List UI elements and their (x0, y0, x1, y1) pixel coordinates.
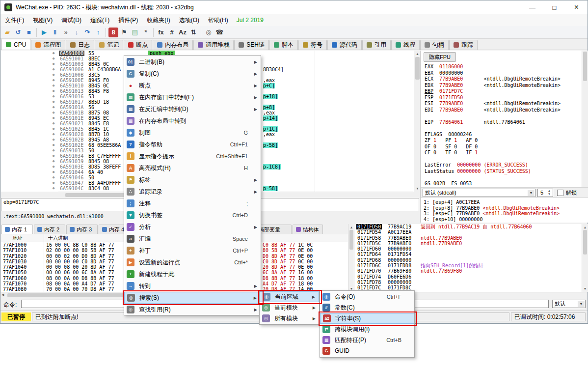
tab-trace[interactable]: 跟踪 (449, 40, 478, 50)
menubar-item-7[interactable]: 帮助(H) (204, 15, 233, 26)
stack-row[interactable]: 0171FD640171FD54 (354, 252, 582, 257)
tab-cpu[interactable]: CPU (1, 39, 30, 50)
register-line[interactable]: EFLAGS 00000246 (425, 132, 561, 138)
registers-panel[interactable]: 隐藏FPU EAX 01186000EBX 00000000ECX 77B9AB… (420, 51, 588, 187)
submenu-item-pattern[interactable]: ▦匹配特征(P)Ctrl+B (320, 335, 414, 345)
register-line[interactable]: ESI 77B9ABE0 <ntdll.DbgUiRemoteBreakin> (425, 101, 561, 107)
menu-item-set-new-origin-here[interactable]: ▶设置新的运行点Ctrl+* (124, 256, 261, 268)
bottom-tab-struct[interactable]: 结构体 (293, 225, 323, 234)
menu-item-patch[interactable]: +补丁Ctrl+P (124, 245, 261, 256)
bottom-tab-dump-2[interactable]: 内存 2 (34, 225, 65, 234)
bottom-tab-dump-1[interactable]: 内存 1 (1, 225, 33, 234)
close-button[interactable]: × (565, 0, 588, 14)
tab-symbols[interactable]: 符号 (298, 40, 327, 50)
menu-item-graph[interactable]: ◆制图G (124, 127, 261, 139)
menu-item-toggle-bookmark[interactable]: ▼切换书签Ctrl+D (124, 209, 261, 221)
register-line[interactable]: EAX 01186000 (425, 64, 561, 70)
maximize-button[interactable]: □ (543, 0, 565, 14)
register-line[interactable] (425, 125, 561, 132)
scroll-down-icon[interactable]: ▼ (582, 286, 588, 291)
log-icon[interactable]: 8 (108, 28, 118, 37)
menu-item-follow-in-memory-map[interactable]: ▦在内存布局中转到 (124, 115, 261, 127)
stack-row[interactable]: 0171FD5077B9AC19返回到 ntdll.77B9AC19 自 ntd… (354, 224, 582, 229)
menubar-item-1[interactable]: 视图(V) (28, 15, 57, 26)
tab-references[interactable]: 引用 (362, 40, 391, 50)
bottom-tab-dump-3[interactable]: 内存 3 (66, 225, 98, 234)
flag-icon[interactable]: ⚑ (119, 28, 129, 37)
step-over-icon[interactable]: ↷ (82, 28, 92, 37)
stack-row[interactable]: 0171FD6800000000 (354, 257, 582, 263)
calling-convention-select[interactable]: 默认 (stdcall) ▼ (423, 189, 535, 197)
run-icon[interactable]: ▶ (39, 28, 49, 37)
sort-icon[interactable]: ⇅ (188, 28, 198, 37)
registers-vscrollbar[interactable] (582, 51, 588, 187)
tab-threads[interactable]: 线程 (391, 40, 420, 50)
scrollbar-thumb[interactable] (415, 57, 420, 80)
submenu-item-guid[interactable]: GGUID (320, 345, 414, 356)
menu-item-binary[interactable]: 01二进制(B)▶ (124, 56, 261, 68)
register-line[interactable]: EDI 77B9ABE0 <ntdll.DbgUiRemoteBreakin> (425, 107, 561, 113)
stack-row[interactable]: 0171FD5877B9ABE0ntdll.77B9ABE0 (354, 235, 582, 241)
stack-row[interactable]: 0171FD7C0171FD8C (354, 285, 582, 290)
memory-map-icon[interactable]: ▤ (130, 28, 140, 37)
menu-item-follow-in-memory-window[interactable]: ▦在内存窗口中转到(E)▶ (124, 91, 261, 103)
menubar-item-3[interactable]: 追踪(T) (86, 15, 114, 26)
hide-fpu-button[interactable]: 隐藏FPU (424, 52, 456, 62)
menu-item-show-mnemonic-brief[interactable]: i显示指令提示Ctrl+Shift+F1 (124, 150, 261, 162)
register-line[interactable]: CF 0 TF 0 IF 1 (425, 150, 561, 156)
menubar-item-0[interactable]: 文件(F) (0, 15, 28, 26)
tab-log[interactable]: 日志 (66, 40, 94, 50)
register-line[interactable]: LastStatus 00000000 (STATUS_SUCCESS) (425, 169, 561, 175)
stack-vscrollbar[interactable]: ▲ ▼ (582, 224, 588, 292)
register-line[interactable]: ESP 0171FD50 (425, 95, 561, 101)
command-type-select[interactable]: 默认 ▼ (552, 300, 586, 308)
register-line[interactable]: EDX 77B9ABE0 <ntdll.DbgUiRemoteBreakin> (425, 83, 561, 89)
run-until-return-icon[interactable]: ↑ (93, 28, 103, 37)
stack-row[interactable]: 0171FD7800000000 (354, 280, 582, 285)
tab-call-stack[interactable]: 调用堆栈 (193, 40, 234, 50)
stop-icon[interactable]: ■ (24, 28, 34, 37)
minimize-button[interactable]: — (521, 0, 543, 14)
register-line[interactable]: EBX 00000000 (425, 70, 561, 77)
submenu-item-all-modules[interactable]: ◎所有模块▶ (260, 313, 319, 324)
stack-row[interactable]: 0171FD7077B69F80ntdll.77B69F80 (354, 268, 582, 274)
register-line[interactable]: GS 002B FS 0053 (425, 181, 561, 187)
disassembly-vscrollbar[interactable]: ▲ ▼ (414, 51, 421, 192)
menubar-item-6[interactable]: 选项(O) (175, 15, 204, 26)
tab-source[interactable]: 源代码 (327, 40, 362, 50)
menu-item-analysis[interactable]: ✓分析▶ (124, 221, 261, 233)
argument-depth-stepper[interactable]: 5 ▲▼ (537, 189, 553, 197)
menu-item-trace-record[interactable]: ∴追踪记录▶ (124, 186, 261, 198)
menubar-item-4[interactable]: 插件(P) (114, 15, 142, 26)
search-icon[interactable]: ◎ (204, 28, 214, 37)
menu-item-comment[interactable]: ;注释; (124, 198, 261, 209)
tab-memory-map[interactable]: 内存布局 (153, 40, 193, 50)
stack-row[interactable]: 0171FD6000000000 (354, 246, 582, 252)
phone-icon[interactable]: ☎ (214, 28, 224, 37)
fx-icon[interactable]: fx (156, 28, 166, 37)
pause-icon[interactable]: ‖ (50, 28, 60, 37)
menu-item-instruction-help[interactable]: ?指令帮助Ctrl+F1 (124, 139, 261, 150)
open-file-icon[interactable]: ▰ (2, 28, 12, 37)
tab-notes[interactable]: 笔记 (95, 40, 123, 50)
stack-panel[interactable]: 0171FD5077B9AC19返回到 ntdll.77B9AC19 自 ntd… (354, 224, 582, 292)
register-line[interactable] (425, 156, 561, 163)
hash-icon[interactable]: # (167, 28, 177, 37)
menu-item-copy[interactable]: C复制(C)▶ (124, 68, 261, 80)
scroll-up-icon[interactable]: ▲ (582, 225, 588, 230)
menubar-item-2[interactable]: 调试(D) (57, 15, 86, 26)
step-into-icon[interactable]: ↓ (72, 28, 81, 37)
stack-row[interactable]: 0171FD74D60FE6D6 (354, 274, 582, 280)
scrollbar-thumb[interactable] (583, 230, 587, 255)
restart-icon[interactable]: ↺ (13, 28, 23, 37)
menu-item-breakpoint[interactable]: ●断点▶ (124, 80, 261, 91)
submenu-item-command[interactable]: ◎命令(O)Ctrl+F (320, 291, 414, 302)
register-line[interactable]: EBP 0171FD7C (425, 88, 561, 95)
stack-row[interactable]: 0171FD6C0171FDD8指向SEH_Record[1]的指针 (354, 263, 582, 268)
tab-breakpoints[interactable]: 断点 (124, 40, 152, 50)
register-line[interactable]: ZF 1 PF 1 AF 0 (425, 138, 561, 144)
spinner-arrows-icon[interactable]: ▲▼ (546, 189, 552, 196)
register-line[interactable]: EIP 77B64061 ntdll.77B64061 (425, 119, 561, 126)
scrollbar-thumb[interactable] (349, 230, 353, 250)
scrollbar-thumb[interactable] (583, 52, 587, 81)
